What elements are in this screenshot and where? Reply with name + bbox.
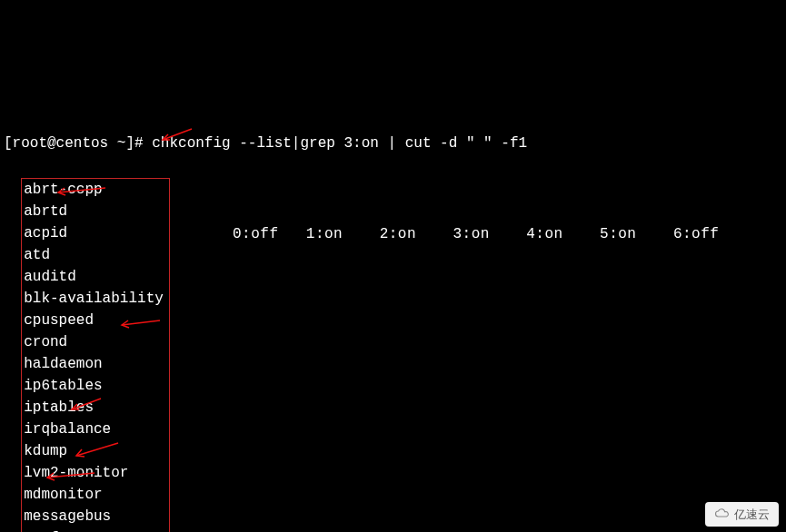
runlevel-output: 0:off 1:on 2:on 3:on 4:on 5:on 6:off: [233, 223, 719, 245]
service-item: kdump: [24, 440, 164, 462]
service-item: ip6tables: [24, 375, 164, 397]
service-item: blk-availability: [24, 288, 164, 310]
service-item: irqbalance: [24, 419, 164, 440]
service-item: messagebus: [24, 506, 164, 527]
command-text: chkconfig --list|grep 3:on | cut -d " " …: [152, 135, 527, 152]
shell-prompt: [root@centos ~]#: [4, 135, 152, 152]
service-item: netfs: [24, 527, 164, 532]
service-item: atd: [24, 244, 164, 266]
service-item: auditd: [24, 266, 164, 288]
cloud-icon: [714, 506, 731, 522]
command-prompt-line: [root@centos ~]# chkconfig --list|grep 3…: [4, 133, 782, 154]
watermark-badge: 亿速云: [705, 502, 779, 527]
service-item: mdmonitor: [24, 484, 164, 506]
watermark-text: 亿速云: [734, 506, 770, 524]
service-item: cpuspeed: [24, 310, 164, 331]
service-item: iptables: [24, 397, 164, 419]
service-item: acpid: [24, 222, 164, 244]
service-item: crond: [24, 331, 164, 353]
service-item: abrtd: [24, 201, 164, 222]
service-item: haldaemon: [24, 353, 164, 375]
service-list-box: abrt-ccppabrtdacpidatdauditdblk-availabi…: [21, 178, 170, 532]
terminal-window: [root@centos ~]# chkconfig --list|grep 3…: [0, 87, 786, 532]
service-item: abrt-ccpp: [24, 179, 164, 201]
service-item: lvm2-monitor: [24, 462, 164, 484]
